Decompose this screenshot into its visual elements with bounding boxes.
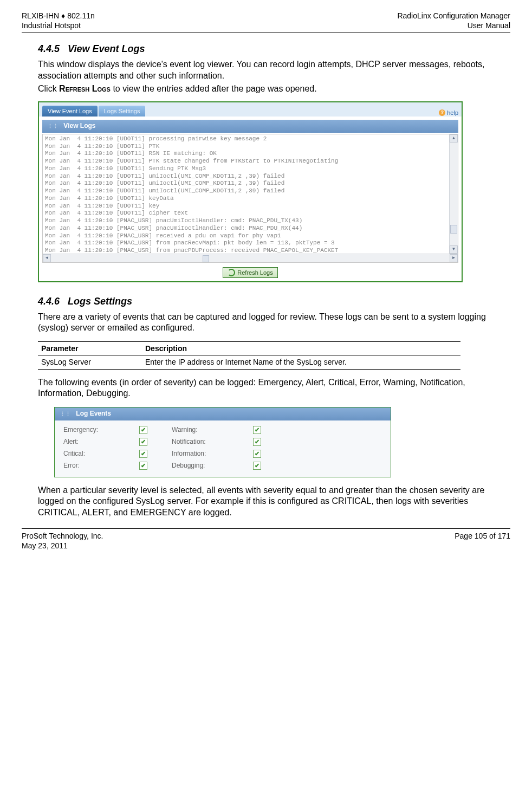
page-header: RLXIB-IHN ♦ 802.11n Industrial Hotspot R… [22, 11, 510, 33]
help-icon: ? [439, 109, 445, 116]
refresh-row: Refresh Logs [39, 265, 462, 281]
log-event-label: Emergency: [63, 426, 139, 435]
horizontal-scrollbar[interactable]: ◄ ► [43, 254, 458, 262]
log-event-label: Critical: [63, 450, 139, 458]
header-right: RadioLinx Configuration Manager User Man… [397, 11, 510, 30]
section-title: View Event Logs [68, 43, 145, 54]
footer-page-number: Page 105 of 171 [455, 531, 510, 551]
severity-para: When a particular severity level is sele… [38, 485, 510, 519]
events-list-para: The following events (in order of severi… [38, 377, 510, 400]
tab-view-event-logs[interactable]: View Event Logs [42, 106, 98, 117]
section-heading-view-event-logs: 4.4.5 View Event Logs [38, 43, 510, 55]
help-link[interactable]: ? help [439, 109, 458, 117]
log-pane: Mon Jan 4 11:20:10 [UDOT11] processing p… [42, 134, 458, 263]
header-doc-type: User Manual [397, 21, 510, 30]
vertical-scrollbar[interactable]: ▲ ▼ [449, 134, 458, 254]
checkbox[interactable]: ✔ [253, 426, 261, 434]
panel-title-view-logs: ⋮⋮ View Logs [42, 120, 458, 133]
log-event-label: Notification: [172, 438, 253, 446]
checkbox[interactable]: ✔ [253, 462, 261, 470]
grip-icon: ⋮⋮ [48, 124, 59, 129]
header-doc-title: RadioLinx Configuration Manager [397, 11, 510, 21]
cell-param: SysLog Server [38, 355, 142, 369]
checkbox[interactable]: ✔ [139, 426, 147, 434]
col-header-parameter: Parameter [38, 342, 142, 355]
section1-para2: Click Refresh Logs to view the entries a… [38, 83, 510, 95]
header-left: RLXIB-IHN ♦ 802.11n Industrial Hotspot [22, 11, 95, 30]
parameter-table: Parameter Description SysLog Server Ente… [38, 341, 460, 369]
screenshot-view-event-logs: View Event Logs Logs Settings ? help ⋮⋮ … [38, 101, 463, 282]
refresh-logs-button[interactable]: Refresh Logs [223, 267, 277, 278]
section-title: Logs Settings [68, 296, 132, 307]
col-header-description: Description [142, 342, 460, 355]
footer-left: ProSoft Technology, Inc. May 23, 2011 [22, 531, 103, 551]
scroll-up-icon[interactable]: ▲ [450, 134, 458, 143]
vertical-scroll-thumb[interactable] [450, 225, 457, 234]
header-product: RLXIB-IHN ♦ 802.11n [22, 11, 95, 21]
horizontal-scroll-track[interactable] [51, 255, 450, 262]
log-event-label: Information: [172, 450, 253, 458]
cell-desc: Enter the IP address or Internet Name of… [142, 355, 460, 369]
panel-title-log-events: ⋮⋮ Log Events [55, 407, 391, 420]
section-heading-logs-settings: 4.4.6 Logs Settings [38, 295, 510, 308]
screenshot-log-events: ⋮⋮ Log Events Emergency:✔Warning:✔Alert:… [54, 407, 391, 477]
log-event-label: Debugging: [172, 462, 253, 470]
scroll-left-icon[interactable]: ◄ [43, 254, 51, 262]
checkbox[interactable]: ✔ [253, 438, 261, 446]
horizontal-scroll-thumb[interactable] [203, 255, 209, 262]
log-event-label: Error: [63, 462, 139, 470]
log-event-label: Alert: [63, 438, 139, 446]
table-header-row: Parameter Description [38, 342, 460, 355]
log-text: Mon Jan 4 11:20:10 [UDOT11] processing p… [43, 134, 458, 263]
vertical-scroll-track[interactable] [450, 143, 458, 245]
section-number: 4.4.5 [38, 43, 60, 54]
page-footer: ProSoft Technology, Inc. May 23, 2011 Pa… [22, 528, 510, 551]
section1-para1: This window displays the device's event … [38, 59, 510, 82]
log-events-grid: Emergency:✔Warning:✔Alert:✔Notification:… [55, 420, 391, 477]
scroll-right-icon[interactable]: ► [450, 254, 458, 262]
grip-icon: ⋮⋮ [60, 411, 71, 417]
scroll-down-icon[interactable]: ▼ [450, 245, 458, 254]
checkbox[interactable]: ✔ [253, 450, 261, 458]
log-event-label: Warning: [172, 426, 253, 435]
table-row: SysLog Server Enter the IP address or In… [38, 355, 460, 369]
refresh-icon [228, 269, 235, 276]
refresh-logs-smallcaps: Refresh Logs [59, 84, 111, 93]
footer-date: May 23, 2011 [22, 541, 103, 551]
section-number: 4.4.6 [38, 296, 60, 307]
footer-company: ProSoft Technology, Inc. [22, 531, 103, 541]
header-subtitle: Industrial Hotspot [22, 21, 95, 30]
help-label: help [447, 109, 458, 117]
checkbox[interactable]: ✔ [139, 450, 147, 458]
tab-bar: View Event Logs Logs Settings ? help [39, 102, 462, 117]
checkbox[interactable]: ✔ [139, 462, 147, 470]
tab-logs-settings[interactable]: Logs Settings [99, 106, 146, 117]
refresh-label: Refresh Logs [237, 269, 273, 276]
section2-para1: There are a variety of events that can b… [38, 312, 510, 334]
checkbox[interactable]: ✔ [139, 438, 147, 446]
